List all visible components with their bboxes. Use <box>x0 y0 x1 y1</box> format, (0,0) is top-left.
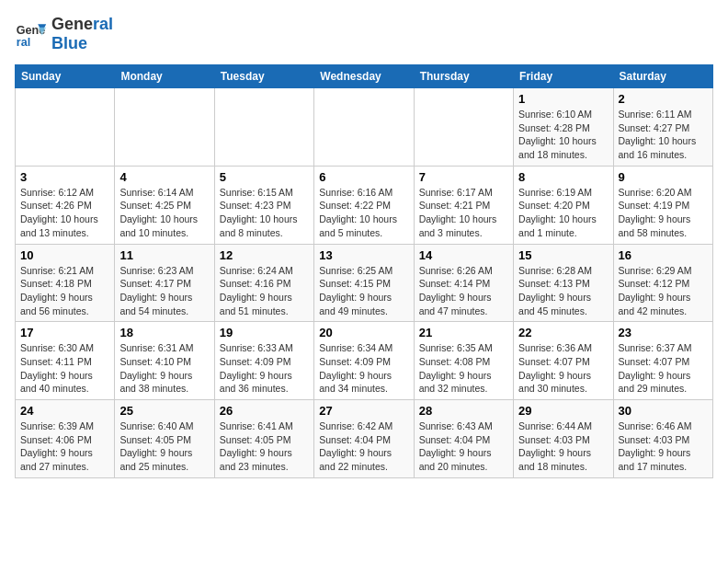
calendar-cell: 9Sunrise: 6:20 AM Sunset: 4:19 PM Daylig… <box>613 166 712 244</box>
day-info: Sunrise: 6:31 AM Sunset: 4:10 PM Dayligh… <box>119 341 209 396</box>
day-info: Sunrise: 6:39 AM Sunset: 4:06 PM Dayligh… <box>20 419 109 474</box>
calendar-cell: 8Sunrise: 6:19 AM Sunset: 4:20 PM Daylig… <box>514 166 613 244</box>
calendar-cell: 5Sunrise: 6:15 AM Sunset: 4:23 PM Daylig… <box>214 166 313 244</box>
day-number: 2 <box>619 92 708 106</box>
weekday-header-monday: Monday <box>115 65 214 88</box>
calendar-cell: 24Sunrise: 6:39 AM Sunset: 4:06 PM Dayli… <box>16 400 115 478</box>
logo-icon: Gene ral <box>15 17 48 51</box>
calendar-cell: 14Sunrise: 6:26 AM Sunset: 4:14 PM Dayli… <box>414 244 513 322</box>
calendar-cell: 15Sunrise: 6:28 AM Sunset: 4:13 PM Dayli… <box>514 244 613 322</box>
day-number: 7 <box>419 170 508 184</box>
day-info: Sunrise: 6:40 AM Sunset: 4:05 PM Dayligh… <box>119 419 209 474</box>
page-header: Gene ral General Blue <box>15 15 713 53</box>
day-number: 10 <box>20 248 109 262</box>
day-number: 4 <box>119 170 209 184</box>
weekday-header-sunday: Sunday <box>16 65 115 88</box>
calendar-cell: 12Sunrise: 6:24 AM Sunset: 4:16 PM Dayli… <box>214 244 313 322</box>
calendar-cell: 13Sunrise: 6:25 AM Sunset: 4:15 PM Dayli… <box>314 244 414 322</box>
calendar-cell: 29Sunrise: 6:44 AM Sunset: 4:03 PM Dayli… <box>514 400 613 478</box>
logo: Gene ral General Blue <box>15 15 113 53</box>
day-number: 5 <box>220 170 309 184</box>
day-info: Sunrise: 6:35 AM Sunset: 4:08 PM Dayligh… <box>419 341 508 396</box>
day-info: Sunrise: 6:20 AM Sunset: 4:19 PM Dayligh… <box>619 186 708 240</box>
day-number: 13 <box>319 248 408 262</box>
day-info: Sunrise: 6:34 AM Sunset: 4:09 PM Dayligh… <box>319 341 408 396</box>
day-number: 20 <box>319 326 408 339</box>
day-info: Sunrise: 6:17 AM Sunset: 4:21 PM Dayligh… <box>419 186 508 240</box>
day-info: Sunrise: 6:43 AM Sunset: 4:04 PM Dayligh… <box>419 419 508 474</box>
calendar-cell: 28Sunrise: 6:43 AM Sunset: 4:04 PM Dayli… <box>414 400 513 478</box>
day-info: Sunrise: 6:30 AM Sunset: 4:11 PM Dayligh… <box>20 341 109 396</box>
calendar-cell: 30Sunrise: 6:46 AM Sunset: 4:03 PM Dayli… <box>613 400 712 478</box>
day-info: Sunrise: 6:19 AM Sunset: 4:20 PM Dayligh… <box>518 186 608 240</box>
day-number: 23 <box>619 326 708 339</box>
day-number: 27 <box>319 404 408 418</box>
calendar-cell: 1Sunrise: 6:10 AM Sunset: 4:28 PM Daylig… <box>514 88 613 167</box>
calendar-cell: 20Sunrise: 6:34 AM Sunset: 4:09 PM Dayli… <box>314 322 414 400</box>
day-info: Sunrise: 6:10 AM Sunset: 4:28 PM Dayligh… <box>518 108 608 162</box>
day-info: Sunrise: 6:23 AM Sunset: 4:17 PM Dayligh… <box>119 264 209 318</box>
day-number: 9 <box>619 170 708 184</box>
day-number: 18 <box>119 326 209 339</box>
day-number: 1 <box>518 92 608 106</box>
calendar-cell: 18Sunrise: 6:31 AM Sunset: 4:10 PM Dayli… <box>115 322 214 400</box>
calendar-cell: 4Sunrise: 6:14 AM Sunset: 4:25 PM Daylig… <box>115 166 214 244</box>
calendar-cell: 21Sunrise: 6:35 AM Sunset: 4:08 PM Dayli… <box>414 322 513 400</box>
day-info: Sunrise: 6:29 AM Sunset: 4:12 PM Dayligh… <box>619 264 708 318</box>
day-number: 19 <box>220 326 309 339</box>
day-info: Sunrise: 6:21 AM Sunset: 4:18 PM Dayligh… <box>20 264 109 318</box>
day-number: 12 <box>220 248 309 262</box>
day-info: Sunrise: 6:33 AM Sunset: 4:09 PM Dayligh… <box>220 341 309 396</box>
calendar-cell: 16Sunrise: 6:29 AM Sunset: 4:12 PM Dayli… <box>613 244 712 322</box>
day-number: 11 <box>119 248 209 262</box>
calendar-cell <box>214 88 313 167</box>
day-info: Sunrise: 6:24 AM Sunset: 4:16 PM Dayligh… <box>220 264 309 318</box>
calendar-cell: 6Sunrise: 6:16 AM Sunset: 4:22 PM Daylig… <box>314 166 414 244</box>
day-number: 24 <box>20 404 109 418</box>
day-number: 15 <box>518 248 608 262</box>
day-info: Sunrise: 6:14 AM Sunset: 4:25 PM Dayligh… <box>119 186 209 240</box>
weekday-header-thursday: Thursday <box>414 65 513 88</box>
day-number: 28 <box>419 404 508 418</box>
day-number: 21 <box>419 326 508 339</box>
day-info: Sunrise: 6:42 AM Sunset: 4:04 PM Dayligh… <box>319 419 408 474</box>
day-info: Sunrise: 6:16 AM Sunset: 4:22 PM Dayligh… <box>319 186 408 240</box>
weekday-header-wednesday: Wednesday <box>314 65 414 88</box>
calendar-cell: 26Sunrise: 6:41 AM Sunset: 4:05 PM Dayli… <box>214 400 313 478</box>
day-number: 3 <box>20 170 109 184</box>
day-info: Sunrise: 6:26 AM Sunset: 4:14 PM Dayligh… <box>419 264 508 318</box>
calendar-cell <box>16 88 115 167</box>
day-info: Sunrise: 6:37 AM Sunset: 4:07 PM Dayligh… <box>619 341 708 396</box>
calendar-table: SundayMondayTuesdayWednesdayThursdayFrid… <box>15 64 713 478</box>
weekday-header-friday: Friday <box>514 65 613 88</box>
calendar-cell <box>414 88 513 167</box>
day-number: 8 <box>518 170 608 184</box>
day-number: 25 <box>119 404 209 418</box>
day-info: Sunrise: 6:36 AM Sunset: 4:07 PM Dayligh… <box>518 341 608 396</box>
weekday-header-saturday: Saturday <box>613 65 712 88</box>
day-info: Sunrise: 6:25 AM Sunset: 4:15 PM Dayligh… <box>319 264 408 318</box>
day-info: Sunrise: 6:12 AM Sunset: 4:26 PM Dayligh… <box>20 186 109 240</box>
calendar-cell: 25Sunrise: 6:40 AM Sunset: 4:05 PM Dayli… <box>115 400 214 478</box>
calendar-cell <box>314 88 414 167</box>
day-number: 26 <box>220 404 309 418</box>
calendar-cell: 27Sunrise: 6:42 AM Sunset: 4:04 PM Dayli… <box>314 400 414 478</box>
day-number: 22 <box>518 326 608 339</box>
calendar-cell: 17Sunrise: 6:30 AM Sunset: 4:11 PM Dayli… <box>16 322 115 400</box>
weekday-header-tuesday: Tuesday <box>214 65 313 88</box>
day-info: Sunrise: 6:46 AM Sunset: 4:03 PM Dayligh… <box>619 419 708 474</box>
calendar-cell: 23Sunrise: 6:37 AM Sunset: 4:07 PM Dayli… <box>613 322 712 400</box>
day-info: Sunrise: 6:28 AM Sunset: 4:13 PM Dayligh… <box>518 264 608 318</box>
calendar-cell: 11Sunrise: 6:23 AM Sunset: 4:17 PM Dayli… <box>115 244 214 322</box>
calendar-cell: 2Sunrise: 6:11 AM Sunset: 4:27 PM Daylig… <box>613 88 712 167</box>
calendar-cell: 7Sunrise: 6:17 AM Sunset: 4:21 PM Daylig… <box>414 166 513 244</box>
day-info: Sunrise: 6:15 AM Sunset: 4:23 PM Dayligh… <box>220 186 309 240</box>
day-number: 17 <box>20 326 109 339</box>
day-number: 6 <box>319 170 408 184</box>
calendar-cell: 3Sunrise: 6:12 AM Sunset: 4:26 PM Daylig… <box>16 166 115 244</box>
svg-text:ral: ral <box>17 36 30 49</box>
day-info: Sunrise: 6:41 AM Sunset: 4:05 PM Dayligh… <box>220 419 309 474</box>
day-number: 16 <box>619 248 708 262</box>
day-number: 29 <box>518 404 608 418</box>
calendar-cell: 22Sunrise: 6:36 AM Sunset: 4:07 PM Dayli… <box>514 322 613 400</box>
